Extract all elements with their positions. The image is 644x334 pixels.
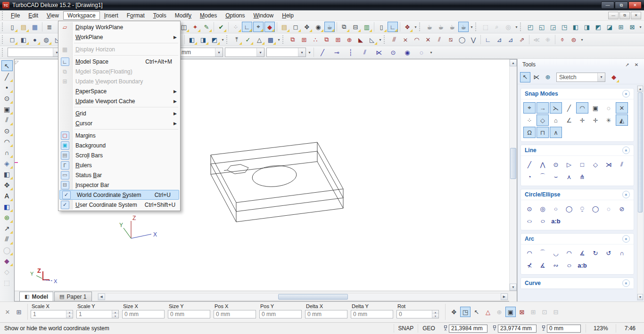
- arc-center-radius-icon[interactable]: ◠: [523, 247, 536, 259]
- scale-icon[interactable]: ◺: [367, 34, 377, 45]
- arc-start-end-icon[interactable]: ◡: [550, 247, 562, 259]
- explode-curve-icon[interactable]: ⌽: [557, 34, 568, 45]
- doc-close-button[interactable]: ✕: [631, 12, 641, 19]
- chevron-down-icon[interactable]: ▾: [298, 48, 305, 57]
- delta-y-input[interactable]: 0 mm: [351, 310, 393, 318]
- trim-tool-icon[interactable]: ⫻: [1, 234, 13, 244]
- open-icon[interactable]: ▤: [18, 22, 29, 32]
- boolean-intersect-icon[interactable]: ◩: [209, 34, 220, 45]
- menu-item-user-coordinate-system[interactable]: ✓User Coordinate SystemCtrl+Shift+U: [58, 200, 180, 210]
- snap-ortho-icon[interactable]: ⊓: [537, 127, 549, 138]
- line-rectangle-icon[interactable]: □: [576, 159, 588, 170]
- menu-view[interactable]: View: [42, 11, 63, 20]
- snap-magnetic-point-icon[interactable]: ⌖: [523, 102, 536, 114]
- flyout-arrow-icon[interactable]: ▾: [378, 34, 383, 45]
- boolean-union-icon[interactable]: ◧: [187, 34, 197, 45]
- menu-options[interactable]: Options: [221, 11, 249, 20]
- panel-scrollbar[interactable]: ▲ ▼: [637, 85, 644, 301]
- toolbar-grip[interactable]: [2, 35, 5, 44]
- fillet-corner-icon[interactable]: ∟: [483, 34, 493, 45]
- view-iso-nw-icon[interactable]: ◪: [604, 22, 615, 32]
- arc-rotated-icon[interactable]: ∩: [616, 247, 628, 259]
- ellipse-tool-icon[interactable]: ⊙: [1, 125, 13, 136]
- globe-icon[interactable]: ⊕: [543, 72, 553, 82]
- view-bottom-icon[interactable]: ◨: [582, 22, 592, 32]
- geo-circle-icon[interactable]: ⊙: [387, 47, 400, 57]
- snap-arc-center-icon[interactable]: ◠: [576, 102, 588, 114]
- horizontal-scroll-thumb[interactable]: [278, 294, 348, 300]
- maximize-button[interactable]: ⧉: [615, 1, 628, 9]
- spell-check-icon[interactable]: ✔: [216, 22, 226, 32]
- collapse-chevron-icon[interactable]: «: [622, 191, 630, 198]
- toolbar-grip[interactable]: [475, 23, 479, 31]
- camera-tool-icon[interactable]: ↗: [1, 223, 13, 234]
- render-quality-icon[interactable]: ☕: [458, 22, 469, 32]
- hemisphere-icon[interactable]: ◍: [41, 34, 51, 45]
- view-front-icon[interactable]: ◱: [537, 22, 547, 32]
- snap-middle-icon[interactable]: ✛: [576, 114, 588, 126]
- circle-double-point-icon[interactable]: ○: [550, 203, 562, 214]
- menu-tools[interactable]: Tools: [149, 11, 171, 20]
- geo-parallel-icon[interactable]: ⫽: [358, 47, 372, 57]
- menu-edit[interactable]: Edit: [24, 11, 42, 20]
- line-bisector-icon[interactable]: ⋔: [576, 171, 588, 182]
- style-combo[interactable]: ▾: [8, 48, 61, 57]
- line-perpendicular-icon[interactable]: ⋊: [603, 159, 615, 170]
- flyout-arrow-icon[interactable]: ▾: [307, 47, 312, 57]
- menu-item-cursor[interactable]: Cursor▶: [58, 118, 180, 128]
- scroll-right-arrow-icon[interactable]: ▶: [501, 293, 508, 300]
- doc-minimize-button[interactable]: —: [608, 12, 619, 19]
- size-y-input[interactable]: 0 mm: [168, 310, 210, 318]
- circle-center-point-icon[interactable]: ⊙: [523, 203, 536, 214]
- panel-scroll-thumb[interactable]: [638, 92, 643, 212]
- toolbar-grip[interactable]: [282, 35, 286, 44]
- arc-tangent-point-icon[interactable]: ⊀: [523, 260, 536, 271]
- point-tool-icon[interactable]: •: [1, 82, 13, 93]
- scroll-left-arrow-icon[interactable]: ◀: [98, 293, 105, 300]
- menu-help[interactable]: Help: [278, 11, 298, 20]
- select-3d-mode-icon[interactable]: ◳: [460, 307, 471, 317]
- menu-item-display-workplane[interactable]: ▱Display WorkPlane: [58, 22, 180, 32]
- close-button[interactable]: ✕: [628, 1, 642, 9]
- chevron-down-icon[interactable]: ▾: [256, 48, 264, 57]
- coordinate-system-icon[interactable]: ∟: [242, 22, 252, 32]
- minimize-button[interactable]: —: [601, 1, 614, 9]
- snap-face-icon[interactable]: ⌂: [550, 114, 562, 126]
- menu-modes[interactable]: Modes: [196, 11, 221, 20]
- sphere-icon[interactable]: ●: [30, 34, 40, 45]
- pen-style-icon[interactable]: ✎: [201, 22, 212, 32]
- curve-tool-icon[interactable]: ∩: [1, 147, 13, 158]
- flyout-arrow-icon[interactable]: ▾: [413, 22, 418, 32]
- collapse-chevron-icon[interactable]: «: [622, 90, 630, 98]
- snap-center-icon[interactable]: ◌: [603, 102, 615, 114]
- meet-2-lines-icon[interactable]: ⨯: [400, 34, 411, 45]
- line-polygon-icon[interactable]: ⊙: [550, 159, 562, 170]
- menu-insert[interactable]: Insert: [100, 11, 123, 20]
- snap-no-snap-icon[interactable]: →: [537, 102, 549, 114]
- menu-item-background[interactable]: ▣Background: [58, 140, 180, 150]
- view-top-icon[interactable]: ◰: [525, 22, 536, 32]
- size-x-input[interactable]: 0 mm: [122, 310, 165, 318]
- sheet-icon[interactable]: ▯: [376, 22, 387, 32]
- validate-plane-icon[interactable]: ✓: [243, 34, 253, 45]
- hatch-icon[interactable]: ▩: [265, 34, 276, 45]
- pan-icon[interactable]: ✥: [302, 22, 312, 32]
- scroll-up-arrow-icon[interactable]: ▲: [510, 59, 517, 66]
- dimension-tool-icon[interactable]: ◧: [1, 201, 13, 212]
- snap-quadrant-icon[interactable]: ◇: [537, 114, 549, 126]
- scatter-copy-icon[interactable]: ∴: [310, 34, 321, 45]
- toolbar-grip[interactable]: [419, 23, 422, 31]
- solid-tool-icon[interactable]: ◧: [1, 169, 13, 179]
- chevron-down-icon[interactable]: ▾: [215, 48, 223, 57]
- fillet-icon[interactable]: ◠: [412, 34, 422, 45]
- line-tangent-from-arc-icon[interactable]: ⌒: [537, 171, 549, 182]
- doc-restore-button[interactable]: ⧉: [619, 12, 630, 19]
- render-hidden-line-icon[interactable]: ☕: [436, 22, 446, 32]
- view-right-icon[interactable]: ◳: [559, 22, 570, 32]
- scale-x-input[interactable]: 1▲▼: [31, 310, 73, 318]
- line-rotated-rectangle-icon[interactable]: ◇: [589, 159, 602, 170]
- edit-mode-icon[interactable]: ⋉: [531, 72, 542, 82]
- geo-circle2-icon[interactable]: ◉: [401, 47, 414, 57]
- menu-item-rulers[interactable]: ΓRulers: [58, 160, 180, 170]
- panel-scroll-up-icon[interactable]: ▲: [637, 86, 643, 92]
